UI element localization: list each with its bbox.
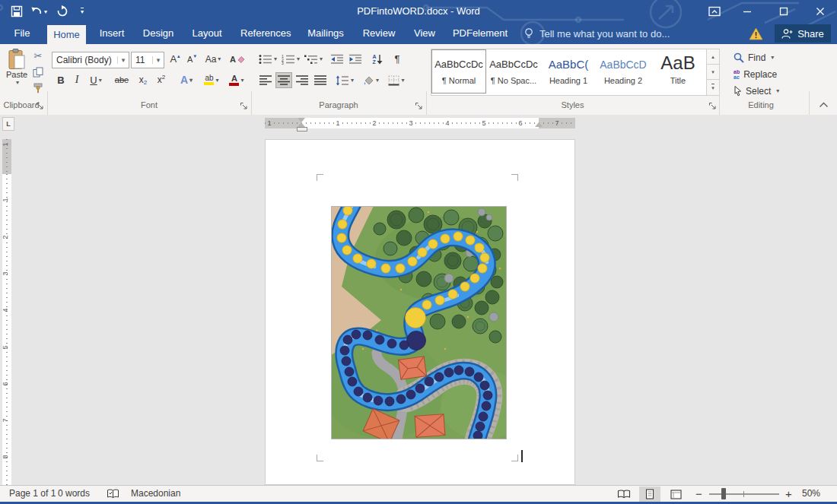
paste-button[interactable]: Paste ▾ (3, 49, 30, 97)
styles-dialog-launcher[interactable] (709, 103, 718, 111)
italic-button[interactable]: I (70, 71, 84, 88)
proofing-status[interactable] (107, 489, 119, 499)
style-heading1[interactable]: AaBbC( Heading 1 (542, 50, 595, 93)
minimize-icon (743, 7, 752, 16)
select-button[interactable]: Select ▾ (734, 83, 779, 99)
right-indent-marker[interactable] (535, 122, 543, 127)
tab-design[interactable]: Design (140, 23, 177, 44)
maximize-button[interactable] (767, 0, 800, 23)
h-ruler[interactable]: 1 2 3 4 5 6 (301, 118, 539, 128)
minimize-button[interactable] (730, 0, 764, 23)
align-right-button[interactable] (294, 72, 310, 88)
decrease-indent-button[interactable] (329, 51, 345, 67)
tab-mailings[interactable]: Mailings (304, 23, 347, 44)
close-button[interactable] (804, 0, 837, 23)
document-image[interactable] (331, 206, 507, 439)
shrink-font-button[interactable]: A▾ (184, 51, 199, 67)
left-indent-marker[interactable] (297, 127, 307, 132)
tab-layout[interactable]: Layout (189, 23, 225, 44)
justify-button[interactable] (312, 72, 329, 88)
warning-indicator[interactable] (749, 27, 763, 40)
shading-button[interactable]: ▾ (359, 72, 382, 88)
style-title[interactable]: AaB Title (651, 50, 705, 93)
line-spacing-button[interactable]: ▾ (333, 72, 356, 88)
proofing-book-icon (107, 489, 119, 499)
tab-file[interactable]: File (8, 23, 37, 44)
text-effects-button[interactable]: A▾ (176, 71, 197, 88)
tab-pdfelement[interactable]: PDFelement (450, 23, 510, 44)
font-size-select[interactable]: 11 ▾ (131, 52, 164, 68)
h-ruler-right-margin: 7 (539, 118, 575, 128)
increase-indent-button[interactable] (347, 51, 364, 67)
tab-references[interactable]: References (240, 23, 289, 44)
zoom-slider-handle[interactable] (721, 488, 726, 499)
style-no-spacing[interactable]: AaBbCcDc ¶ No Spac... (487, 50, 540, 93)
font-dialog-launcher[interactable] (240, 103, 249, 111)
v-ruler[interactable]: 1 2 3 4 5 6 7 8 (2, 174, 11, 485)
grow-font-button[interactable]: A▴ (167, 51, 183, 67)
styles-scroll-down[interactable]: ▾ (706, 64, 720, 81)
multilevel-list-button[interactable]: ▾ (303, 51, 324, 67)
tell-me-box[interactable]: Tell me what you want to do... (524, 23, 670, 44)
scissors-icon: ✂ (34, 50, 43, 62)
align-center-icon (278, 75, 291, 85)
sort-button[interactable]: A Z (368, 51, 387, 67)
share-person-icon (781, 28, 793, 40)
zoom-slider-center-notch (743, 491, 744, 497)
share-button[interactable]: Share (775, 24, 831, 43)
styles-scroll-up[interactable]: ▴ (706, 49, 720, 65)
zoom-level[interactable]: 50% (802, 486, 820, 502)
font-color-button[interactable]: A ▾ (226, 71, 247, 88)
copy-button[interactable] (30, 65, 46, 79)
style-heading2[interactable]: AaBbCcD Heading 2 (597, 50, 650, 93)
strikethrough-button[interactable]: abe (111, 71, 132, 88)
replace-button[interactable]: ab ac Replace (734, 66, 777, 82)
collapse-ribbon-button[interactable] (819, 102, 829, 108)
cut-button[interactable]: ✂ (30, 49, 46, 63)
ribbon: Paste ▾ ✂ Clipboard Calibri (Body) ▾ (0, 44, 837, 116)
read-mode-button[interactable] (613, 487, 635, 502)
font-name-select[interactable]: Calibri (Body) ▾ (52, 52, 129, 68)
print-layout-button[interactable] (639, 487, 660, 502)
justify-icon (314, 75, 327, 85)
numbering-button[interactable]: 123 ▾ (280, 51, 301, 67)
zoom-slider-track[interactable] (709, 493, 779, 495)
format-painter-button[interactable] (30, 81, 46, 95)
tab-stop-selector[interactable]: L (2, 117, 14, 131)
zoom-out-button[interactable]: − (695, 486, 702, 502)
show-hide-pilcrow-button[interactable]: ¶ (390, 51, 405, 67)
page-indicator[interactable]: Page 1 of 1 (9, 486, 56, 502)
tab-insert[interactable]: Insert (94, 23, 129, 44)
bullets-button[interactable]: ▾ (257, 51, 278, 67)
ribbon-display-options-button[interactable] (702, 0, 727, 23)
align-left-icon (259, 75, 272, 85)
font-name-dropdown-icon: ▾ (117, 56, 129, 64)
tab-view[interactable]: View (411, 23, 438, 44)
zoom-in-button[interactable]: + (785, 486, 792, 502)
tab-review[interactable]: Review (361, 23, 397, 44)
underline-button[interactable]: U▾ (85, 71, 107, 88)
bold-button[interactable]: B (53, 71, 68, 88)
clipboard-dialog-launcher[interactable] (37, 103, 45, 111)
borders-button[interactable]: ▾ (385, 72, 408, 88)
clear-formatting-button[interactable]: A (228, 51, 247, 67)
paragraph-dialog-launcher[interactable] (415, 103, 424, 111)
document-page[interactable] (265, 139, 575, 485)
align-center-button[interactable] (275, 72, 292, 88)
style-normal[interactable]: AaBbCcDc ¶ Normal (432, 50, 485, 93)
subscript-button[interactable]: x2 (135, 71, 151, 88)
word-count[interactable]: 0 words (58, 486, 90, 502)
web-layout-button[interactable] (665, 487, 686, 502)
borders-icon (388, 75, 399, 86)
tab-home[interactable]: Home (47, 25, 86, 44)
language-indicator[interactable]: Macedonian (131, 486, 180, 502)
styles-gallery-more[interactable]: ▾ (706, 79, 720, 96)
text-highlight-button[interactable]: ab ▾ (200, 71, 223, 88)
share-label: Share (797, 28, 824, 40)
cursor-arrow-icon (734, 86, 742, 97)
copy-icon (33, 67, 43, 78)
change-case-button[interactable]: Aa▾ (202, 51, 224, 67)
find-button[interactable]: Find ▾ (734, 49, 774, 65)
superscript-button[interactable]: x2 (153, 71, 170, 88)
align-left-button[interactable] (257, 72, 274, 88)
